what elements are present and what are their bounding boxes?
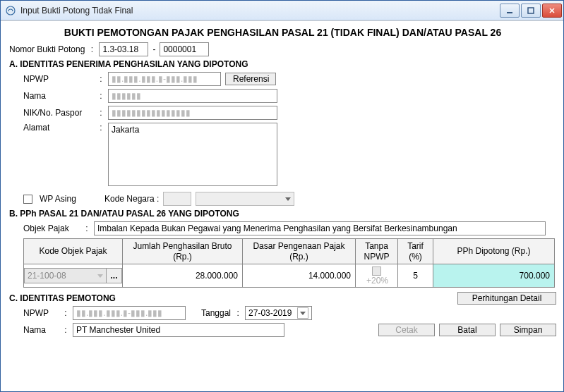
tanpa-npwp-pct: +20% [366, 276, 388, 286]
tanggal-picker[interactable]: 27-03-2019 [245, 306, 312, 320]
cell-bruto[interactable]: 28.000.000 [123, 264, 243, 288]
table-row: 21-100-08 ... 28.000.000 14.000.000 +20% [24, 264, 555, 288]
npwp-c-label: NPWP [23, 308, 59, 318]
pph-table: Kode Objek Pajak Jumlah Penghasilan Brut… [23, 238, 555, 288]
tanggal-value: 27-03-2019 [248, 308, 292, 318]
simpan-button[interactable]: Simpan [500, 324, 556, 336]
minimize-button[interactable] [500, 4, 520, 18]
nik-input[interactable] [108, 106, 277, 120]
col-kode: Kode Objek Pajak [24, 239, 123, 264]
objek-pajak-label: Objek Pajak [23, 223, 80, 233]
chevron-down-icon [285, 197, 291, 201]
col-tarif: Tarif (%) [398, 239, 433, 264]
chevron-down-icon [297, 307, 308, 319]
nik-label: NIK/No. Paspor [23, 108, 94, 118]
tanggal-label: Tanggal [201, 308, 231, 318]
objek-pajak-input[interactable] [94, 221, 546, 235]
chevron-down-icon [97, 274, 103, 278]
nama-c-label: Nama [23, 325, 59, 335]
cell-dasar[interactable]: 14.000.000 [243, 264, 356, 288]
kode-objek-select[interactable]: 21-100-08 [24, 268, 107, 283]
page-title: BUKTI PEMOTONGAN PAJAK PENGHASILAN PASAL… [9, 27, 556, 38]
nama-a-input[interactable] [108, 89, 277, 103]
npwp-a-label: NPWP [23, 74, 94, 84]
tanpa-npwp-checkbox [372, 267, 381, 276]
npwp-a-input[interactable] [108, 72, 221, 86]
nama-c-input[interactable] [73, 323, 284, 337]
cell-tarif[interactable]: 5 [398, 264, 433, 288]
col-pph: PPh Dipotong (Rp.) [433, 239, 555, 264]
svg-point-0 [6, 6, 15, 15]
nomor-part2-input[interactable] [160, 42, 209, 56]
nomor-label: Nomor Bukti Potong [9, 44, 85, 54]
col-bruto: Jumlah Penghasilan Bruto (Rp.) [123, 239, 243, 264]
colon: : [89, 44, 95, 54]
window-title: Input Bukti Potong Tidak Final [20, 6, 496, 16]
app-icon [5, 5, 16, 16]
alamat-textarea[interactable]: Jakarta [108, 123, 277, 186]
wp-asing-label: WP Asing [40, 194, 100, 204]
col-tanpa: Tanpa NPWP [356, 239, 398, 264]
close-button[interactable] [542, 4, 562, 18]
kode-objek-value: 21-100-08 [28, 271, 66, 281]
table-header-row: Kode Objek Pajak Jumlah Penghasilan Brut… [24, 239, 555, 264]
section-a-heading: A. IDENTITAS PENERIMA PENGHASILAN YANG D… [9, 59, 556, 69]
section-b-heading: B. PPh PASAL 21 DAN/ATAU PASAL 26 YANG D… [9, 209, 556, 219]
titlebar: Input Bukti Potong Tidak Final [1, 1, 563, 20]
app-window: Input Bukti Potong Tidak Final BUKTI PEM… [0, 0, 564, 392]
nomor-part1-input[interactable] [99, 42, 148, 56]
referensi-button[interactable]: Referensi [225, 73, 276, 85]
alamat-label: Alamat [23, 123, 94, 133]
window-buttons [500, 4, 562, 18]
maximize-button[interactable] [521, 4, 541, 18]
kode-negara-label: Kode Negara : [104, 194, 159, 204]
svg-rect-2 [528, 8, 534, 13]
cell-pph: 700.000 [433, 264, 555, 288]
kode-negara-select [196, 192, 294, 206]
nomor-row: Nomor Bukti Potong : - [9, 42, 556, 56]
cetak-button: Cetak [378, 324, 435, 336]
batal-button[interactable]: Batal [439, 324, 496, 336]
perhitungan-detail-button[interactable]: Perhitungan Detail [457, 292, 556, 305]
nama-a-label: Nama [23, 91, 94, 101]
nomor-sep: - [152, 44, 155, 54]
kode-negara-code-input [163, 192, 191, 206]
kode-lookup-button[interactable]: ... [107, 268, 122, 283]
col-dasar: Dasar Pengenaan Pajak (Rp.) [243, 239, 356, 264]
npwp-c-input[interactable] [73, 306, 186, 320]
content-area: BUKTI PEMOTONGAN PAJAK PENGHASILAN PASAL… [1, 20, 563, 391]
svg-rect-1 [507, 12, 512, 13]
wp-asing-checkbox[interactable] [23, 195, 32, 204]
